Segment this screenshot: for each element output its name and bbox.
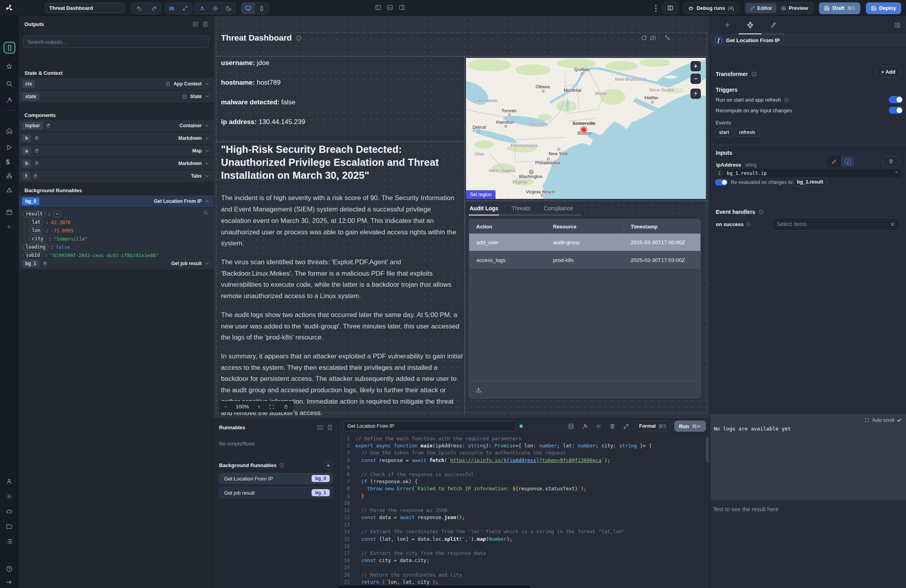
docs-button[interactable]: [662, 2, 678, 14]
runnable-item-bg1[interactable]: Get job result bg_1: [219, 487, 333, 498]
light-theme-icon[interactable]: [208, 3, 222, 14]
expand-canvas-icon[interactable]: [178, 3, 192, 14]
info-icon[interactable]: [746, 222, 751, 227]
redo-button[interactable]: [147, 3, 161, 14]
chevron-up-icon[interactable]: [205, 199, 210, 204]
collapse-right-panel-icon[interactable]: [894, 22, 900, 28]
expand-editor-icon[interactable]: [621, 423, 631, 429]
set-region-button[interactable]: Set region: [466, 190, 496, 199]
windmill-logo-icon[interactable]: [5, 4, 14, 12]
tab-threats[interactable]: Threats: [511, 203, 531, 215]
eval-function-icon[interactable]: f: [841, 156, 855, 167]
collapse-rail-icon[interactable]: [6, 579, 13, 586]
event-badge-start[interactable]: start: [715, 128, 733, 137]
app-title-input[interactable]: Threat Dashboard: [45, 3, 124, 13]
reeval-toggle[interactable]: [715, 179, 728, 185]
clear-select-icon[interactable]: [890, 222, 895, 227]
connect-plug-icon[interactable]: [882, 156, 900, 167]
favorites-icon[interactable]: [6, 63, 13, 70]
expand-logs-icon[interactable]: [865, 418, 869, 423]
output-row-state[interactable]: state State: [19, 91, 214, 103]
chevron-down-icon[interactable]: [205, 123, 210, 128]
runnable-item-bg0[interactable]: Get Location From IP bg_0: [219, 473, 333, 484]
more-menu-icon[interactable]: [655, 5, 657, 12]
component-row-h[interactable]: h Markdown: [19, 132, 214, 145]
add-transformer-button[interactable]: + Add: [876, 66, 901, 78]
deploy-button[interactable]: Deploy: [866, 2, 901, 14]
apps-nav-icon[interactable]: [4, 42, 15, 54]
on-success-select[interactable]: Select items: [772, 217, 900, 231]
runs-nav-icon[interactable]: [6, 144, 13, 151]
download-icon[interactable]: [475, 387, 482, 393]
chevron-down-icon[interactable]: [205, 82, 210, 86]
desktop-view-icon[interactable]: [241, 3, 255, 14]
search-outputs-input[interactable]: [23, 35, 209, 48]
cache-database-icon[interactable]: [566, 423, 576, 429]
autoscroll-label[interactable]: Auto scroll: [872, 417, 894, 423]
info-icon[interactable]: [296, 35, 302, 41]
mobile-view-icon[interactable]: [255, 3, 268, 14]
bg1-output-row[interactable]: bg_1 Get job result: [19, 258, 214, 270]
static-pencil-icon[interactable]: [827, 156, 841, 167]
json-key-lat[interactable]: lat: [29, 219, 43, 226]
pan-hand-icon[interactable]: [283, 404, 289, 410]
tab-preview[interactable]: Preview: [776, 3, 812, 13]
editor-scrollbar[interactable]: [706, 437, 709, 463]
chevron-down-icon[interactable]: [205, 161, 210, 166]
auto-theme-icon[interactable]: [195, 3, 208, 14]
collapse-panel-icon[interactable]: [317, 425, 323, 430]
zoom-out-button[interactable]: −: [224, 404, 227, 410]
settings-gear-icon[interactable]: [594, 423, 604, 429]
folders-icon[interactable]: [6, 523, 13, 530]
component-bounds-icon[interactable]: |0|: [165, 3, 178, 14]
info-icon[interactable]: [758, 209, 764, 215]
tab-editor[interactable]: Editor: [746, 3, 777, 13]
draft-button[interactable]: Draft⌘S: [819, 2, 860, 14]
outputs-doc-icon[interactable]: [202, 21, 208, 27]
json-key-result[interactable]: result: [23, 211, 45, 217]
debug-runs-button[interactable]: Debug runs (4): [683, 2, 739, 14]
ai-assistant-icon[interactable]: [6, 508, 13, 515]
fit-view-icon[interactable]: [269, 404, 275, 410]
map-zoom-out-button[interactable]: −: [691, 74, 701, 84]
json-search-icon[interactable]: [203, 210, 208, 215]
json-key-loading[interactable]: loading: [23, 244, 48, 250]
toggle-left-panel-icon[interactable]: [375, 4, 381, 11]
format-button[interactable]: Format⌘S: [635, 421, 671, 431]
info-icon[interactable]: [279, 463, 284, 468]
code-editor[interactable]: 1// Define the main function with the re…: [339, 435, 705, 588]
component-row-f[interactable]: f Tabs: [19, 170, 214, 182]
json-key-lon[interactable]: lon: [29, 227, 43, 234]
chevron-down-icon[interactable]: [205, 136, 210, 141]
map-component[interactable]: QuébecOttawaMontréalNew BrunswickNova Sc…: [466, 58, 706, 199]
app-canvas[interactable]: Threat Dashboard (2) username: jdoe host…: [214, 16, 710, 419]
undo-button[interactable]: [132, 3, 147, 14]
add-nav-icon[interactable]: [6, 224, 12, 230]
table-row[interactable]: access_logs prod-k8s 2025-03-30T17:03:00…: [469, 251, 700, 269]
tab-component-settings-icon[interactable]: [739, 16, 761, 34]
search-icon[interactable]: [6, 80, 13, 87]
component-row-topbar[interactable]: topbar Container: [19, 120, 214, 132]
collapse-node-button[interactable]: −: [53, 211, 61, 217]
reeval-badge[interactable]: bg_1.result: [793, 178, 827, 186]
workers-list-icon[interactable]: [6, 538, 13, 545]
output-row-ctx[interactable]: ctx App Context: [19, 78, 214, 90]
json-key-city[interactable]: city: [29, 236, 46, 242]
resources-nav-icon[interactable]: [6, 173, 13, 179]
runnable-name-input[interactable]: [343, 421, 516, 431]
delete-trash-icon[interactable]: [607, 423, 618, 429]
help-icon[interactable]: [6, 566, 13, 572]
map-locate-button[interactable]: [691, 89, 701, 99]
runnables-doc-icon[interactable]: [327, 425, 333, 430]
refresh-app-icon[interactable]: [641, 35, 647, 41]
home-nav-icon[interactable]: [6, 128, 13, 134]
table-row[interactable]: add_user audit-group 2025-03-30T17:00:00…: [469, 234, 700, 251]
toggle-right-panel-icon[interactable]: [399, 4, 405, 11]
chevron-down-icon[interactable]: [205, 94, 210, 99]
dark-theme-icon[interactable]: [222, 3, 235, 14]
recompute-toggle[interactable]: [889, 107, 903, 114]
expand-expression-icon[interactable]: [893, 171, 901, 176]
chevron-down-icon[interactable]: [205, 148, 210, 153]
settings-gear-icon[interactable]: [6, 493, 13, 500]
autoscroll-check-icon[interactable]: [897, 418, 902, 423]
